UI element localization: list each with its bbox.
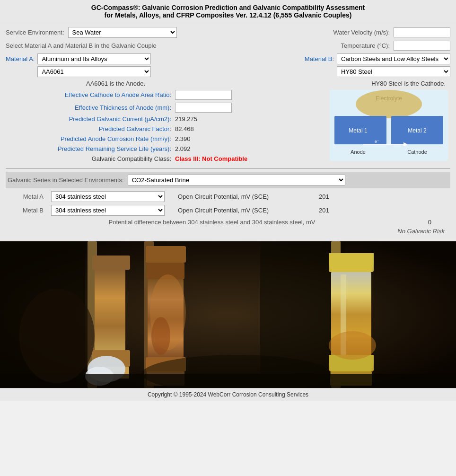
water-velocity-group: Water Velocity (m/s): 0.000 [333,27,450,37]
svg-text:Cathode: Cathode [407,149,427,155]
galvanic-factor-row: Predicted Galvanic Factor: 82.468 [6,125,325,132]
metal-b-ocp-value: 201 [319,207,342,214]
service-life-label: Predicted Remaining Service Life (years)… [6,145,171,152]
metal-b-series-label: Metal B [6,207,44,214]
anode-thickness-row: Effective Thickness of Anode (mm): 5.000 [6,103,325,113]
service-env-select[interactable]: Sea Water Fresh Water Salt Solution Atmo… [68,27,177,38]
main-content: Service Environment: Sea Water Fresh Wat… [0,23,456,241]
material-b-specific-select[interactable]: HY80 Steel 1018 Steel 4140 Steel A36 Ste… [337,66,450,77]
galvanic-current-label: Predicted Galvanic Current (µA/cm2): [6,115,171,123]
temperature-label: Temperature (°C): [341,42,390,49]
temperature-input[interactable]: 25.00 [394,41,450,51]
material-a-category-select[interactable]: Aluminum and Its Alloys Carbon Steels St… [37,53,151,64]
cathode-anode-ratio-label: Effective Cathode to Anode Area Ratio: [6,91,171,98]
service-env-label: Service Environment: [6,29,64,36]
select-materials-label: Select Material A and Material B in the … [6,42,157,49]
corrosion-rate-row: Predicted Anode Corrosion Rate (mm/y): 2… [6,135,325,142]
galvanic-factor-value: 82.468 [175,125,194,132]
svg-point-2 [356,90,422,118]
service-env-row: Service Environment: Sea Water Fresh Wat… [6,27,450,38]
metal-a-series-row: Metal A 304 stainless steel 316 stainles… [6,191,450,202]
potential-diff-label: Potential difference between 304 stainle… [6,219,418,226]
potential-diff-value: 0 [422,219,450,226]
svg-marker-35 [329,253,374,272]
service-life-row: Predicted Remaining Service Life (years)… [6,145,325,152]
cathode-anode-ratio-input[interactable]: 14.000 [175,90,232,100]
galvanic-series-select[interactable]: CO2-Saturated Brine Sea Water Fresh Wate… [128,175,345,185]
galvanic-series-row: Galvanic Series in Selected Environments… [6,172,450,188]
galvanic-current-row: Predicted Galvanic Current (µA/cm2): 219… [6,115,325,123]
galvanic-factor-label: Predicted Galvanic Factor: [6,125,171,132]
materials-section: Material A: Aluminum and Its Alloys Carb… [6,53,450,77]
svg-point-37 [329,331,376,360]
corrosion-photo [0,241,456,388]
metal-b-ocp-label: Open Circuit Potential, mV (SCE) [178,207,306,214]
metal-a-series-select[interactable]: 304 stainless steel 316 stainless steel … [51,191,165,202]
svg-rect-15 [92,256,130,270]
water-velocity-label: Water Velocity (m/s): [333,29,390,36]
cathode-anode-ratio-row: Effective Cathode to Anode Area Ratio: 1… [6,90,325,100]
separator-1 [6,168,450,169]
metal-b-series-select[interactable]: 304 stainless steel 316 stainless steel … [51,205,165,216]
svg-text:Anode: Anode [351,149,366,155]
corrosion-photo-svg [0,241,456,388]
metal-a-ocp-value: 201 [319,193,342,200]
no-galvanic-risk: No Galvanic Risk [6,228,450,235]
metal-a-series-label: Metal A [6,193,44,200]
svg-point-39 [19,289,95,383]
svg-point-28 [151,317,170,355]
service-env-group: Service Environment: Sea Water Fresh Wat… [6,27,177,38]
anode-text: AA6061 is the Anode. [86,80,145,87]
compatibility-label: Galvanic Compatibility Class: [6,155,171,162]
calc-diagram-section: Effective Cathode to Anode Area Ratio: 1… [6,90,450,165]
galvanic-diagram-container: Electrolyte Metal 1 Metal 2 e⁻ [330,90,450,162]
potential-diff-row: Potential difference between 304 stainle… [6,219,450,226]
corrosion-rate-label: Predicted Anode Corrosion Rate (mm/y): [6,135,171,142]
service-life-value: 2.092 [175,145,191,152]
metal-a-ocp-label: Open Circuit Potential, mV (SCE) [178,193,306,200]
compatibility-row: Galvanic Compatibility Class: Class III:… [6,155,325,162]
svg-text:Metal 2: Metal 2 [408,127,427,134]
compatibility-value: Class III: Not Compatible [175,155,247,162]
select-materials-temp-row: Select Material A and Material B in the … [6,41,450,51]
anode-cathode-row: AA6061 is the Anode. HY80 Steel is the C… [6,80,450,87]
svg-text:e⁻: e⁻ [375,139,379,144]
material-a-dropdowns: Aluminum and Its Alloys Carbon Steels St… [37,53,151,77]
galvanic-series-label: Galvanic Series in Selected Environments… [8,176,124,184]
temperature-group: Temperature (°C): 25.00 [341,41,450,51]
calc-section: Effective Cathode to Anode Area Ratio: 1… [6,90,325,165]
header: GC-Compass®: Galvanic Corrosion Predicti… [0,0,456,23]
app-container: GC-Compass®: Galvanic Corrosion Predicti… [0,0,456,401]
material-a-label: Material A: [6,53,35,62]
anode-thickness-input[interactable]: 5.000 [175,103,232,113]
footer: Copyright © 1995-2024 WebCorr Corrosion … [0,388,456,401]
galvanic-current-value: 219.275 [175,115,197,123]
header-title-line1: GC-Compass®: Galvanic Corrosion Predicti… [2,4,454,11]
corrosion-rate-value: 2.390 [175,135,191,142]
metal-b-series-row: Metal B 304 stainless steel 316 stainles… [6,205,450,216]
svg-rect-22 [146,246,186,263]
header-title-line2: for Metals, Alloys, and CFRP Composites … [2,11,454,19]
svg-text:Metal 1: Metal 1 [349,127,368,134]
material-b-section: Material B: Carbon Steels and Low Alloy … [305,53,450,77]
footer-text: Copyright © 1995-2024 WebCorr Corrosion … [148,391,308,398]
material-b-category-select[interactable]: Carbon Steels and Low Alloy Steels Alumi… [337,53,450,64]
galvanic-diagram: Electrolyte Metal 1 Metal 2 e⁻ [330,90,448,161]
material-b-label: Material B: [305,53,334,62]
cathode-text: HY80 Steel is the Cathode. [371,80,446,87]
water-velocity-input[interactable]: 0.000 [394,27,450,37]
anode-thickness-label: Effective Thickness of Anode (mm): [6,104,171,111]
material-a-section: Material A: Aluminum and Its Alloys Carb… [6,53,151,77]
material-a-specific-select[interactable]: AA6061 AA2024 AA7075 AA5052 [37,66,151,77]
material-b-dropdowns: Carbon Steels and Low Alloy Steels Alumi… [337,53,450,77]
